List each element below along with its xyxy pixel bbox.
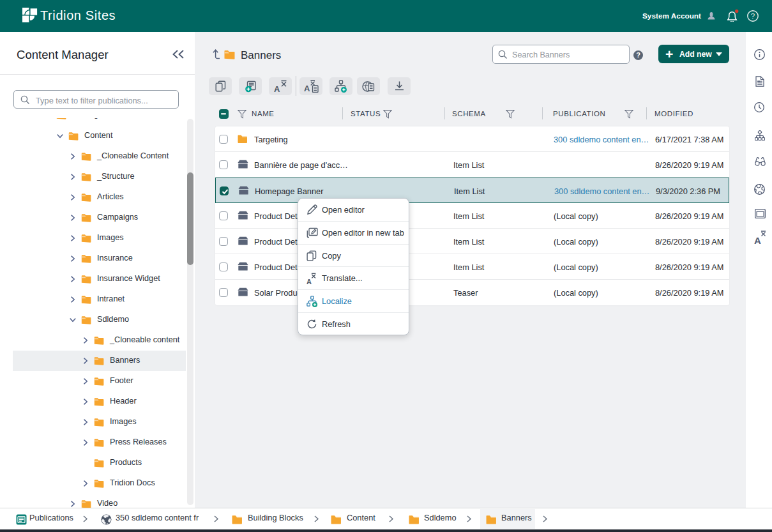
svg-text:A: A	[274, 84, 280, 93]
svg-text:A: A	[754, 235, 761, 245]
svg-text:A: A	[307, 278, 312, 285]
svg-text:A: A	[304, 84, 310, 93]
svg-text:?: ?	[751, 12, 755, 20]
